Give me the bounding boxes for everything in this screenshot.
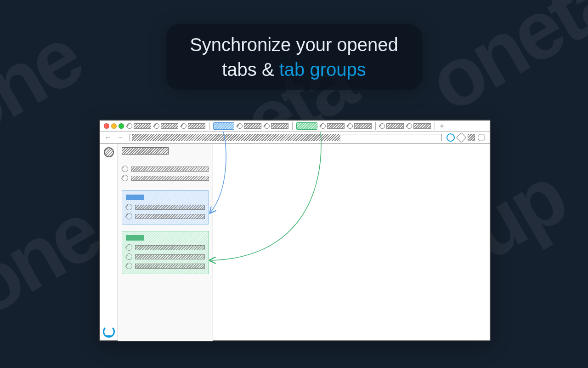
tab-separator bbox=[435, 122, 435, 130]
tab-separator bbox=[375, 122, 376, 130]
tab-title-placeholder bbox=[134, 123, 151, 129]
tab-6[interactable] bbox=[379, 123, 404, 129]
tab-in-green-group-1[interactable] bbox=[320, 123, 345, 129]
favicon-icon bbox=[122, 166, 128, 172]
tab-title-placeholder bbox=[131, 176, 209, 181]
favicon-icon bbox=[264, 123, 270, 129]
browser-mockup: ＋ ← → bbox=[99, 120, 491, 341]
favicon-icon bbox=[126, 204, 132, 210]
sidebar-tab-row[interactable] bbox=[126, 204, 205, 210]
sidebar bbox=[118, 144, 213, 341]
sidebar-tab-row[interactable] bbox=[126, 244, 205, 251]
window-traffic-lights bbox=[104, 123, 124, 129]
tab-in-green-group-2[interactable] bbox=[347, 123, 372, 129]
onetab-extension-icon[interactable] bbox=[447, 133, 455, 142]
profile-avatar-icon[interactable] bbox=[478, 134, 485, 141]
tab-title-placeholder bbox=[135, 254, 205, 259]
tab-separator bbox=[209, 122, 209, 130]
close-window-icon[interactable] bbox=[104, 123, 109, 129]
tab-separator bbox=[292, 122, 293, 130]
tab-3[interactable] bbox=[181, 123, 205, 129]
headline-line1: Synchronize your opened bbox=[190, 34, 398, 55]
sidebar-group-blue[interactable] bbox=[122, 190, 209, 224]
sidebar-tab-row[interactable] bbox=[122, 175, 209, 181]
tab-1[interactable] bbox=[127, 123, 151, 129]
favicon-icon bbox=[126, 263, 132, 269]
favicon-icon bbox=[407, 123, 412, 129]
group-label-placeholder bbox=[126, 235, 144, 241]
extension-icon-diamond[interactable] bbox=[456, 132, 467, 143]
vertical-gutter bbox=[100, 144, 118, 341]
gutter-top-icon[interactable] bbox=[104, 147, 114, 157]
tab-7[interactable] bbox=[407, 123, 431, 129]
headline: Synchronize your opened tabs & tab group… bbox=[166, 24, 422, 90]
headline-accent: tab groups bbox=[279, 59, 366, 80]
address-bar[interactable] bbox=[130, 134, 442, 141]
sidebar-group-green[interactable] bbox=[122, 231, 209, 274]
tab-title-placeholder bbox=[354, 123, 372, 129]
sidebar-tab-row[interactable] bbox=[122, 166, 209, 172]
tab-bar: ＋ bbox=[100, 121, 490, 132]
minimize-window-icon[interactable] bbox=[111, 123, 117, 129]
favicon-icon bbox=[154, 123, 159, 129]
tab-in-blue-group-1[interactable] bbox=[237, 123, 261, 129]
favicon-icon bbox=[237, 123, 243, 129]
maximize-window-icon[interactable] bbox=[119, 123, 124, 129]
favicon-icon bbox=[127, 123, 132, 129]
sidebar-tab-row[interactable] bbox=[126, 253, 205, 260]
tab-title-placeholder bbox=[271, 123, 288, 129]
sidebar-ungrouped-tabs bbox=[122, 163, 209, 184]
extension-icons bbox=[447, 133, 485, 142]
tab-group-green[interactable] bbox=[296, 122, 317, 130]
page-viewport bbox=[213, 144, 490, 341]
tab-title-placeholder bbox=[135, 205, 205, 210]
favicon-icon bbox=[126, 213, 132, 219]
sidebar-tab-row[interactable] bbox=[126, 213, 205, 219]
new-tab-button[interactable]: ＋ bbox=[439, 123, 445, 129]
tab-title-placeholder bbox=[188, 123, 205, 129]
tab-title-placeholder bbox=[244, 123, 261, 129]
favicon-icon bbox=[347, 123, 353, 129]
tab-title-placeholder bbox=[135, 214, 205, 219]
favicon-icon bbox=[181, 123, 187, 129]
sidebar-title-placeholder bbox=[122, 147, 169, 155]
favicon-icon bbox=[126, 253, 132, 260]
nav-back-forward[interactable]: ← → bbox=[105, 134, 125, 141]
toolbar: ← → bbox=[100, 132, 490, 144]
tab-title-placeholder bbox=[135, 264, 205, 269]
tab-in-blue-group-2[interactable] bbox=[264, 123, 288, 129]
tab-title-placeholder bbox=[161, 123, 178, 129]
tab-title-placeholder bbox=[386, 123, 404, 129]
favicon-icon bbox=[379, 123, 385, 129]
favicon-icon bbox=[122, 175, 128, 181]
favicon-icon bbox=[320, 123, 326, 129]
extension-icon-square[interactable] bbox=[468, 134, 475, 141]
browser-content bbox=[100, 144, 490, 341]
tab-title-placeholder bbox=[135, 245, 205, 250]
tab-title-placeholder bbox=[413, 123, 431, 129]
tab-2[interactable] bbox=[154, 123, 178, 129]
favicon-icon bbox=[126, 244, 132, 251]
tab-group-blue[interactable] bbox=[213, 122, 234, 130]
tab-title-placeholder bbox=[327, 123, 345, 129]
sidebar-tab-row[interactable] bbox=[126, 263, 205, 269]
onetab-brand-icon[interactable] bbox=[103, 326, 115, 338]
tab-title-placeholder bbox=[131, 167, 209, 172]
group-label-placeholder bbox=[126, 195, 144, 200]
headline-line2a: tabs & bbox=[222, 59, 279, 80]
